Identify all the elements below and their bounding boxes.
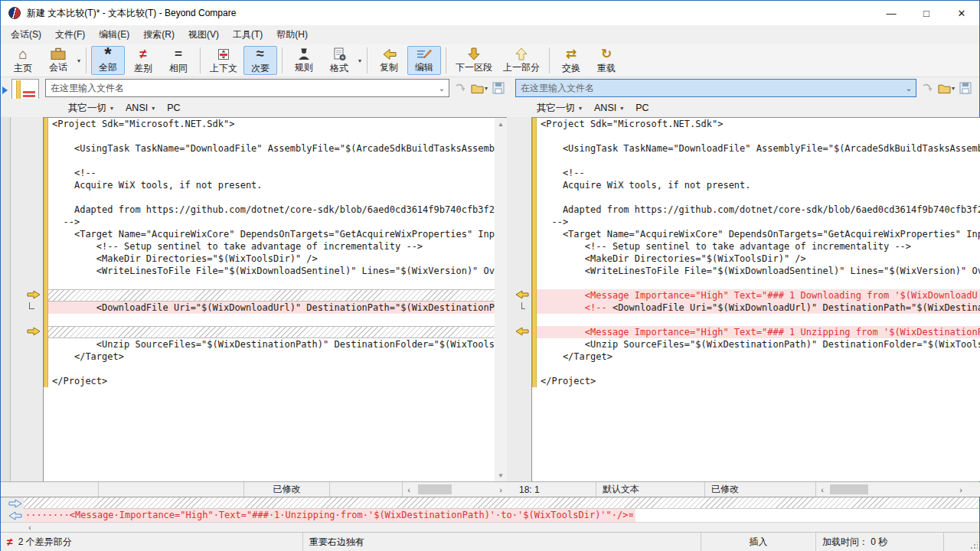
scroll-thumb[interactable] (830, 484, 868, 494)
close-button[interactable]: ✕ (944, 1, 979, 25)
code-line[interactable]: </Target> (537, 350, 980, 363)
code-line[interactable]: <!-- Setup sentinel to take advantage of… (48, 240, 495, 253)
left-editor[interactable]: <Project Sdk="Microsoft.NET.Sdk"> <Using… (43, 117, 507, 481)
gutter-marker[interactable] (513, 289, 531, 301)
chevron-down-icon[interactable]: ⌄ (435, 80, 449, 96)
format-dropdown[interactable]: ANSI▾ (594, 103, 623, 113)
code-line[interactable] (48, 155, 495, 167)
code-line[interactable]: <!-- (48, 167, 495, 179)
menu-item[interactable]: 编辑(E) (92, 25, 136, 44)
code-line[interactable]: <WriteLinesToFile File="$(WixDownloadSen… (48, 265, 495, 277)
scroll-right-icon[interactable]: › (955, 485, 967, 494)
chevron-down-icon[interactable]: ▾ (358, 57, 361, 64)
context-button[interactable]: 上下文 (205, 46, 242, 75)
code-line[interactable]: <Unzip SourceFiles="$(WixDestinationPath… (537, 338, 980, 350)
code-line[interactable] (48, 277, 495, 289)
left-vertical-scrollbar[interactable]: ▲ ▼ (495, 118, 507, 481)
pane-splitter[interactable] (507, 117, 513, 481)
arrow-left-icon[interactable] (8, 511, 22, 520)
code-line[interactable] (537, 155, 980, 167)
code-line[interactable]: --> (537, 216, 980, 228)
code-line[interactable]: <MakeDir Directories="$(WixToolsDir)" /> (48, 253, 495, 265)
menu-item[interactable]: 会话(S) (4, 25, 48, 44)
format-dropdown[interactable]: 其它一切▾ (68, 102, 113, 115)
left-browse-button[interactable]: ▾ (471, 79, 488, 97)
code-line[interactable]: <Target Name="AcquireWixCore" DependsOnT… (48, 228, 495, 240)
right-code[interactable]: <Project Sdk="Microsoft.NET.Sdk"> <Using… (537, 118, 980, 481)
code-line[interactable]: <!-- Setup sentinel to take advantage of… (537, 240, 980, 253)
sessions-button[interactable]: 会话 (41, 46, 75, 75)
resize-grip[interactable] (970, 542, 978, 549)
all-button[interactable]: *全部 (91, 46, 125, 75)
minimize-button[interactable]: — (874, 1, 909, 25)
missing-line-gap[interactable] (48, 289, 495, 302)
right-horizontal-scrollbar[interactable]: ‹ › (816, 482, 967, 497)
code-line[interactable] (48, 314, 495, 326)
right-syntax-badge[interactable]: 默认文本 (596, 482, 705, 497)
next-section-button[interactable]: 下一区段 (451, 46, 497, 75)
menu-item[interactable]: 文件(F) (48, 25, 92, 44)
right-filename-input[interactable] (516, 80, 902, 96)
left-save-button[interactable] (490, 79, 507, 97)
swap-button[interactable]: ⇄交换 (554, 46, 588, 75)
minor-button[interactable]: ≈次要 (243, 46, 277, 75)
menu-item[interactable]: 帮助(H) (270, 25, 315, 44)
menu-item[interactable]: 工具(T) (226, 25, 270, 44)
scroll-right-icon[interactable]: › (495, 485, 507, 494)
detail-horizontal-scrollbar[interactable]: ‹ (1, 522, 979, 532)
code-line[interactable]: <DownloadFile Uri="$(WixDownloadUrl)" De… (48, 302, 495, 314)
code-line[interactable]: <Message Importance="High" Text="### 1 U… (537, 326, 980, 338)
code-line[interactable]: Acquire WiX tools, if not present. (48, 179, 495, 191)
code-line[interactable]: <UsingTask TaskName="DownloadFile" Assem… (48, 142, 495, 155)
rules-button[interactable]: 规则 (287, 46, 321, 75)
code-line[interactable] (48, 363, 495, 375)
right-copy-path-button[interactable] (919, 79, 936, 97)
scroll-track[interactable] (495, 130, 507, 469)
left-copy-path-button[interactable] (452, 79, 469, 97)
code-line[interactable]: <MakeDir Directories="$(WixToolsDir)" /> (537, 253, 980, 265)
code-line[interactable]: </Project> (48, 375, 495, 387)
code-line[interactable] (537, 130, 980, 142)
right-save-button[interactable] (957, 79, 974, 97)
code-line[interactable] (537, 363, 980, 375)
gutter-marker[interactable] (513, 325, 531, 337)
code-line[interactable]: Adapted from https://github.com/dotnet/c… (48, 204, 495, 216)
diff-map-expand-icon[interactable] (2, 86, 8, 94)
chevron-down-icon[interactable]: ⌄ (902, 80, 916, 96)
reload-button[interactable]: ↻重载 (590, 46, 623, 75)
format-dropdown[interactable]: ANSI▾ (126, 103, 155, 113)
code-line[interactable]: <!-- <DownloadFile Uri="$(WixDownloadUrl… (537, 302, 980, 314)
diff-map-strip[interactable] (1, 117, 11, 481)
gutter-marker[interactable] (11, 289, 43, 301)
scroll-left-icon[interactable]: ‹ (24, 523, 36, 532)
missing-line-gap[interactable] (48, 326, 495, 338)
code-line[interactable]: <WriteLinesToFile File="$(WixDownloadSen… (537, 265, 980, 277)
code-line[interactable]: </Project> (537, 375, 980, 387)
code-line[interactable] (537, 314, 980, 326)
code-line[interactable]: Adapted from https://github.com/dotnet/c… (537, 204, 980, 216)
left-filename-input[interactable] (46, 80, 435, 96)
code-line[interactable]: <Project Sdk="Microsoft.NET.Sdk"> (537, 118, 980, 130)
format-dropdown[interactable]: 其它一切▾ (537, 102, 582, 115)
code-line[interactable]: --> (48, 216, 495, 228)
right-browse-button[interactable]: ▾ (938, 79, 955, 97)
scroll-up-icon[interactable]: ▲ (495, 118, 507, 130)
differences-button[interactable]: ≠差别 (126, 46, 160, 75)
code-line[interactable] (537, 277, 980, 289)
scroll-left-icon[interactable]: ‹ (816, 485, 828, 494)
code-line[interactable]: </Target> (48, 350, 495, 363)
maximize-button[interactable]: □ (909, 1, 944, 25)
code-line[interactable]: <Project Sdk="Microsoft.NET.Sdk"> (48, 118, 495, 130)
home-button[interactable]: ⌂主页 (6, 46, 40, 75)
menu-item[interactable]: 搜索(R) (136, 25, 181, 44)
code-line[interactable] (48, 191, 495, 204)
code-line[interactable] (48, 130, 495, 142)
code-line[interactable]: <!-- (537, 167, 980, 179)
menu-item[interactable]: 视图(V) (181, 25, 226, 44)
code-line[interactable]: <Unzip SourceFiles="$(WixDestinationPath… (48, 338, 495, 350)
chevron-down-icon[interactable]: ▾ (77, 57, 80, 64)
scroll-thumb[interactable] (418, 484, 452, 494)
right-editor[interactable]: <Project Sdk="Microsoft.NET.Sdk"> <Using… (531, 117, 980, 481)
scroll-down-icon[interactable]: ▼ (495, 469, 507, 481)
code-line[interactable] (537, 191, 980, 204)
